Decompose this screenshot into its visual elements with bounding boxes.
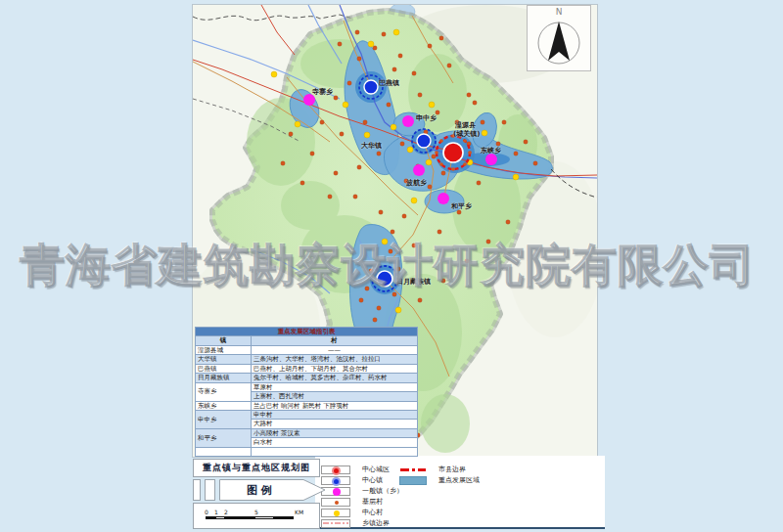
center-village-swatch: [321, 509, 350, 517]
table-row: 湟源县城: [196, 345, 252, 354]
table-row: 寺寨乡: [196, 382, 252, 401]
title-block-bar: [205, 479, 215, 501]
label-bayan-town: 巴燕镇: [379, 80, 399, 87]
scale-segment: [225, 516, 254, 519]
legend-item-center-town: 中心镇: [321, 475, 383, 485]
label-chengguan-town: (城关镇): [453, 131, 480, 138]
title-block-bar: [193, 479, 201, 501]
table-row: 和平乡: [196, 428, 252, 447]
label-sizhai-xiang: 寺寨乡: [312, 89, 333, 96]
county-boundary-swatch: [399, 466, 427, 474]
legend-item-center-village: 中心村: [321, 508, 383, 517]
legend-item-general-town: 一般镇（乡）: [321, 486, 403, 496]
label-shenzhong-xiang: 申中乡: [416, 115, 437, 122]
label-dahua-town: 大华镇: [361, 143, 382, 150]
center-city-swatch: [321, 466, 350, 474]
legend-item-county-boundary: 市县边界: [399, 465, 466, 474]
label-bohang-xiang: 波航乡: [406, 180, 427, 187]
legend-item-center-city: 中心城区: [321, 465, 390, 474]
scale-tick: 5: [254, 509, 258, 515]
scale-tick: 1: [214, 509, 218, 515]
label-heping-xiang: 和平乡: [451, 203, 472, 210]
scale-segment: [254, 516, 274, 519]
legend-panel: 中心城区 中心镇 一般镇（乡） 基层村 中心村 乡镇边界: [315, 456, 605, 529]
scale-segment: [206, 516, 215, 519]
legend-banner-text: 图例: [219, 479, 303, 501]
legend-item-township-boundary: 乡镇边界: [321, 518, 390, 528]
label-riyue-town: 日月藏族镇: [396, 279, 431, 286]
scale-unit: KM: [295, 509, 303, 515]
table-row: 巴燕镇: [196, 364, 252, 373]
legend-item-dev-area: 重点发展区域: [399, 475, 480, 485]
scale-segment: [274, 516, 294, 519]
legend-banner: 图例: [219, 479, 327, 501]
development-guidance-table: 重点发展区域指引表 镇 村 湟源县城—— 大华镇三条沟村、大华村、塔湾村、池汉村…: [195, 327, 418, 457]
table-row: 日月藏族镇: [196, 374, 252, 382]
scale-segment: [215, 516, 225, 519]
table-row: 大华镇: [196, 355, 252, 364]
map-canvas: 巴燕镇 寺寨乡 申中乡 大华镇 湟源县 (城关镇) 东峡乡 波航乡 和平乡 日月…: [192, 4, 598, 458]
dev-area-swatch: [399, 476, 427, 485]
col-header-village: 村: [252, 336, 418, 345]
scale-tick: 2: [224, 509, 228, 515]
legend-item-basic-village: 基层村: [321, 497, 383, 507]
label-dongxia-xiang: 东峡乡: [481, 148, 501, 155]
north-arrow-icon: [528, 16, 590, 70]
map-title: 重点镇与重点地区规划图: [193, 459, 320, 477]
compass-box: N: [527, 5, 591, 71]
table-title: 重点发展区域指引表: [196, 328, 418, 336]
scale-bar-box: 0 1 2 5 KM: [193, 503, 320, 529]
township-boundary-swatch: [321, 519, 350, 528]
table-row: 申中乡: [196, 410, 252, 428]
table-row: 东峡乡: [196, 401, 252, 410]
label-huangyuan-county: 湟源县: [455, 122, 476, 129]
scale-tick: 0: [205, 509, 208, 515]
col-header-town: 镇: [196, 336, 252, 345]
planning-map-page: { "watermark": "青海省建筑勘察设计研究院有限公司", "comp…: [0, 0, 783, 532]
